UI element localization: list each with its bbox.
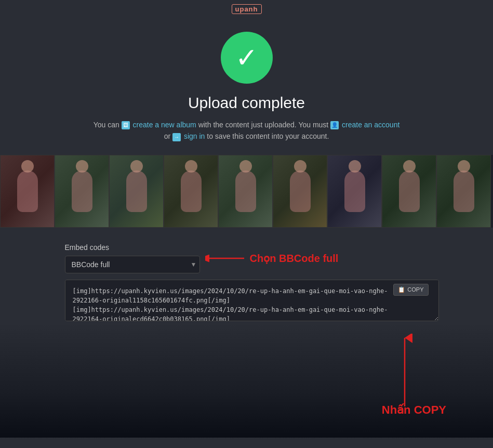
bottom-annotation: Nhấn COPY <box>0 323 493 438</box>
success-icon-circle: ✓ <box>221 32 273 84</box>
embed-row: BBCode full BBCode thumbnail HTML full H… <box>65 256 429 273</box>
person-add-icon: 👤 <box>330 121 339 129</box>
create-account-link[interactable]: create an account <box>342 121 399 129</box>
album-icon: 🖼 <box>122 121 130 129</box>
copy-button-label: COPY <box>407 286 423 293</box>
logo: upanh <box>232 4 262 14</box>
embed-format-select[interactable]: BBCode full BBCode thumbnail HTML full H… <box>65 256 200 273</box>
thumbnail-8[interactable] <box>382 155 436 228</box>
chon-bbcode-annotation: Chọn BBCode full <box>250 252 339 265</box>
image-strip <box>0 155 493 228</box>
thumbnail-6[interactable] <box>273 155 327 228</box>
sign-in-link[interactable]: sign in <box>184 132 205 140</box>
thumbnail-4[interactable] <box>164 155 218 228</box>
thumbnail-3[interactable] <box>109 155 164 228</box>
annotation-arrow-left <box>205 251 247 266</box>
thumbnail-7[interactable] <box>327 155 382 228</box>
thumbnail-2[interactable] <box>55 155 109 228</box>
thumbnail-9[interactable] <box>436 155 491 228</box>
embed-code-textarea[interactable]: [img]https://upanh.kyvien.us/images/2024… <box>65 280 439 321</box>
check-icon: ✓ <box>235 44 258 71</box>
copy-icon: 📋 <box>398 286 405 293</box>
upload-title: Upload complete <box>188 94 305 112</box>
copy-button[interactable]: 📋 COPY <box>393 284 428 296</box>
thumbnail-1[interactable] <box>0 155 55 228</box>
sign-in-icon: → <box>172 133 181 141</box>
main-content: ✓ Upload complete You can 🖼 create a new… <box>0 16 493 155</box>
thumbnail-5[interactable] <box>218 155 273 228</box>
top-bar: upanh <box>0 0 493 16</box>
create-album-link[interactable]: create a new album <box>133 121 196 129</box>
code-container: [img]https://upanh.kyvien.us/images/2024… <box>65 280 439 323</box>
embed-section: Embed codes BBCode full BBCode thumbnail… <box>60 243 434 323</box>
upload-description: You can 🖼 create a new album with the co… <box>91 119 403 142</box>
nhan-copy-annotation: Nhấn COPY <box>382 403 446 417</box>
